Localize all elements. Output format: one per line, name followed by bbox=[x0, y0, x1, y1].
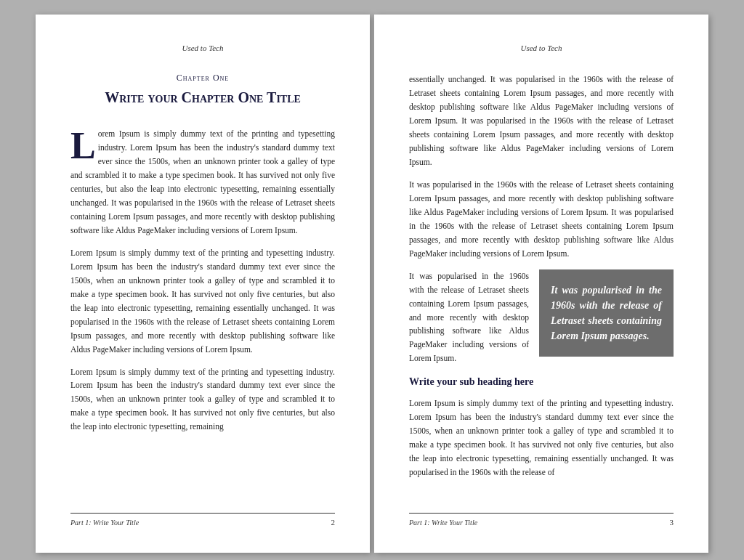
paragraph-2: Lorem Ipsum is simply dummy text of the … bbox=[70, 246, 335, 357]
left-footer: Part 1: Write Your Title 2 bbox=[70, 513, 335, 527]
right-paragraph-2: It was popularised in the 1960s with the… bbox=[409, 178, 674, 261]
chapter-label: Chapter One bbox=[70, 73, 335, 84]
right-page: Used to Tech essentially unchanged. It w… bbox=[374, 15, 708, 553]
paragraph-1: Lorem Ipsum is simply dummy text of the … bbox=[70, 127, 335, 238]
pullquote-section: It was popularised in the 1960s with the… bbox=[409, 269, 674, 366]
left-page: Used to Tech Chapter One Write your Chap… bbox=[36, 15, 370, 553]
paragraph-3: Lorem Ipsum is simply dummy text of the … bbox=[70, 365, 335, 434]
right-paragraph-4: Lorem Ipsum is simply dummy text of the … bbox=[409, 397, 674, 479]
right-footer-label: Part 1: Write Your Title bbox=[409, 519, 477, 527]
right-footer: Part 1: Write Your Title 3 bbox=[409, 513, 674, 527]
right-body-text: essentially unchanged. It was popularise… bbox=[409, 73, 674, 488]
book-spread: Used to Tech Chapter One Write your Chap… bbox=[21, 0, 723, 560]
pullquote-box: It was popularised in the 1960s with the… bbox=[539, 269, 674, 357]
left-footer-label: Part 1: Write Your Title bbox=[70, 519, 139, 527]
sub-heading: Write your sub heading here bbox=[409, 374, 674, 390]
chapter-title: Write your Chapter One Title bbox=[70, 88, 335, 107]
drop-cap-L: L bbox=[70, 131, 97, 161]
left-page-number: 2 bbox=[331, 518, 336, 527]
right-paragraph-1: essentially unchanged. It was popularise… bbox=[409, 73, 674, 169]
left-header: Used to Tech bbox=[70, 44, 335, 52]
right-header: Used to Tech bbox=[409, 44, 674, 52]
right-page-number: 3 bbox=[670, 518, 674, 527]
left-body-text: Lorem Ipsum is simply dummy text of the … bbox=[70, 127, 335, 488]
